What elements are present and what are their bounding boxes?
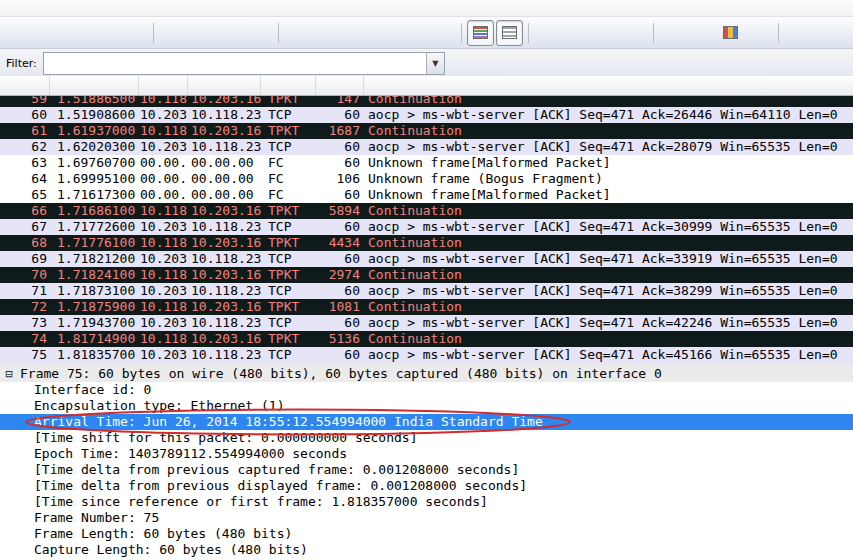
detail-text: Capture Length: 60 bytes (480 bits) <box>0 542 308 558</box>
col-time[interactable] <box>50 76 139 95</box>
packet-no: 64 <box>0 171 47 187</box>
packet-row-69[interactable]: 69 1.71821200 10.203 10.118.23 TCP 60 ao… <box>0 251 853 267</box>
packet-row-66[interactable]: 66 1.71686100 10.118 10.203.16 TPKT 5894… <box>0 203 853 219</box>
detail-text: Interface id: 0 <box>0 382 151 398</box>
packet-destination: 10.118.23 <box>191 107 263 123</box>
resize-columns-icon[interactable] <box>621 20 648 46</box>
col-source[interactable] <box>139 76 188 95</box>
detail-text: Epoch Time: 1403789112.554994000 seconds <box>0 446 347 462</box>
packet-time: 1.69760700 <box>57 155 135 171</box>
col-info[interactable] <box>364 76 853 95</box>
packet-info: aocp > ms-wbt-server [ACK] Seq=471 Ack=3… <box>368 283 853 299</box>
menu-statistics[interactable] <box>108 7 126 9</box>
packet-length: 1081 <box>308 299 360 315</box>
packet-row-75[interactable]: 75 1.81835700 10.203 10.118.23 TCP 60 ao… <box>0 347 853 363</box>
packet-row-59[interactable]: 59 1.51886500 10.118 10.203.16 TPKT 147 … <box>0 96 853 107</box>
reload-icon[interactable] <box>246 20 273 46</box>
packet-time: 1.71821200 <box>57 251 135 267</box>
col-destination[interactable] <box>188 76 261 95</box>
go-forward-icon[interactable] <box>342 20 369 46</box>
col-protocol[interactable] <box>261 76 316 95</box>
packet-row-73[interactable]: 73 1.71943700 10.203 10.118.23 TCP 60 ao… <box>0 315 853 331</box>
packet-protocol: FC <box>268 155 284 171</box>
col-no[interactable] <box>0 76 50 95</box>
detail-delta-displayed[interactable]: [Time delta from previous displayed fram… <box>0 478 853 494</box>
detail-frame-length[interactable]: Frame Length: 60 bytes (480 bits) <box>0 526 853 542</box>
packet-row-67[interactable]: 67 1.71772600 10.203 10.118.23 TCP 60 ao… <box>0 219 853 235</box>
find-packet-icon[interactable] <box>284 20 311 46</box>
packet-row-64[interactable]: 64 1.69995100 00.00. 00.00.00 FC 106 Unk… <box>0 171 853 187</box>
detail-frame-number[interactable]: Frame Number: 75 <box>0 510 853 526</box>
start-capture-icon[interactable] <box>63 20 90 46</box>
help-icon[interactable] <box>784 20 811 46</box>
packet-row-70[interactable]: 70 1.71824100 10.118 10.203.16 TPKT 2974… <box>0 267 853 283</box>
restart-capture-icon[interactable] <box>121 20 148 46</box>
detail-frame-summary[interactable]: ⊟ Frame 75: 60 bytes on wire (480 bits),… <box>0 366 853 382</box>
filter-dropdown-arrow-icon[interactable]: ▼ <box>426 53 444 74</box>
detail-arrival-time[interactable]: Arrival Time: Jun 26, 2014 18:55:12.5549… <box>0 414 853 430</box>
packet-protocol: TCP <box>268 251 291 267</box>
menu-capture[interactable] <box>72 7 90 9</box>
packet-length: 60 <box>308 251 360 267</box>
go-to-top-icon[interactable] <box>400 20 427 46</box>
close-capture-icon[interactable] <box>217 20 244 46</box>
zoom-in-icon[interactable] <box>534 20 561 46</box>
zoom-out-icon[interactable] <box>563 20 590 46</box>
menu-view[interactable] <box>36 7 54 9</box>
tree-expander-icon[interactable]: ⊟ <box>2 366 16 382</box>
packet-row-74[interactable]: 74 1.81714900 10.118 10.203.16 TPKT 5136… <box>0 331 853 347</box>
menu-help[interactable] <box>180 7 198 9</box>
open-capture-icon[interactable] <box>159 20 186 46</box>
packet-time: 1.71824100 <box>57 267 135 283</box>
packet-row-60[interactable]: 60 1.51908600 10.203 10.118.23 TCP 60 ao… <box>0 107 853 123</box>
detail-epoch-time[interactable]: Epoch Time: 1403789112.554994000 seconds <box>0 446 853 462</box>
capture-options-icon[interactable] <box>34 20 61 46</box>
go-to-packet-icon[interactable] <box>371 20 398 46</box>
packet-protocol: FC <box>268 187 284 203</box>
go-back-icon[interactable] <box>313 20 340 46</box>
menu-tools[interactable] <box>144 7 162 9</box>
detail-capture-length[interactable]: Capture Length: 60 bytes (480 bits) <box>0 542 853 558</box>
autoscroll-toggle[interactable] <box>496 20 523 46</box>
detail-time-reference[interactable]: [Time since reference or first frame: 1.… <box>0 494 853 510</box>
packet-info: Continuation <box>368 235 853 251</box>
list-interfaces-icon[interactable] <box>5 20 32 46</box>
detail-encapsulation[interactable]: Encapsulation type: Ethernet (1) <box>0 398 853 414</box>
detail-text: [Time shift for this packet: 0.000000000… <box>0 430 418 446</box>
packet-time: 1.51908600 <box>57 107 135 123</box>
menu-go[interactable] <box>54 7 72 9</box>
packet-source: 00.00. <box>140 155 190 171</box>
packet-row-61[interactable]: 61 1.61937000 10.118 10.203.16 TPKT 1687… <box>0 123 853 139</box>
menu-file[interactable] <box>0 7 18 9</box>
colorize-toggle[interactable] <box>467 20 494 46</box>
packet-row-63[interactable]: 63 1.69760700 00.00. 00.00.00 FC 60 Unkn… <box>0 155 853 171</box>
coloring-rules-icon[interactable] <box>717 20 744 46</box>
col-length[interactable] <box>316 76 364 95</box>
packet-no: 72 <box>0 299 47 315</box>
display-filter-icon[interactable] <box>688 20 715 46</box>
capture-filter-icon[interactable] <box>659 20 686 46</box>
menu-internals[interactable] <box>162 7 180 9</box>
detail-delta-captured[interactable]: [Time delta from previous captured frame… <box>0 462 853 478</box>
filter-input[interactable] <box>44 53 426 74</box>
packet-row-62[interactable]: 62 1.62020300 10.203 10.118.23 TCP 60 ao… <box>0 139 853 155</box>
detail-interface-id[interactable]: Interface id: 0 <box>0 382 853 398</box>
detail-time-shift[interactable]: [Time shift for this packet: 0.000000000… <box>0 430 853 446</box>
go-to-bottom-icon[interactable] <box>429 20 456 46</box>
stop-capture-icon[interactable] <box>92 20 119 46</box>
zoom-100-icon[interactable] <box>592 20 619 46</box>
packet-row-68[interactable]: 68 1.71776100 10.118 10.203.16 TPKT 4434… <box>0 235 853 251</box>
packet-length: 60 <box>308 107 360 123</box>
packet-row-72[interactable]: 72 1.71875900 10.118 10.203.16 TPKT 1081… <box>0 299 853 315</box>
packet-info: Continuation <box>368 203 853 219</box>
packet-protocol: TCP <box>268 315 291 331</box>
menu-analyze[interactable] <box>90 7 108 9</box>
menu-telephony[interactable] <box>126 7 144 9</box>
packet-destination: 10.118.23 <box>191 315 263 331</box>
filter-combo[interactable]: ▼ <box>43 52 445 75</box>
menu-edit[interactable] <box>18 7 36 9</box>
packet-row-71[interactable]: 71 1.71873100 10.203 10.118.23 TCP 60 ao… <box>0 283 853 299</box>
packet-row-65[interactable]: 65 1.71617300 00.00. 00.00.00 FC 60 Unkn… <box>0 187 853 203</box>
save-capture-icon[interactable] <box>188 20 215 46</box>
preferences-icon[interactable] <box>746 20 773 46</box>
